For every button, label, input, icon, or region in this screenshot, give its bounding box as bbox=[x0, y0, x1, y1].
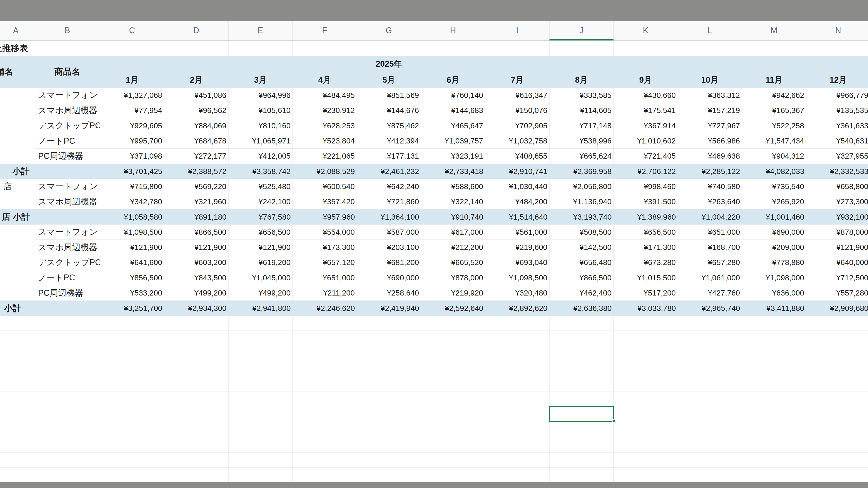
subtotal-cell[interactable]: ¥2,965,740 bbox=[678, 300, 742, 316]
product-name-cell[interactable]: デスクトップPC bbox=[35, 255, 100, 270]
value-cell[interactable]: ¥843,500 bbox=[164, 270, 228, 285]
column-header-n[interactable]: N bbox=[806, 21, 868, 40]
value-cell[interactable]: ¥77,954 bbox=[100, 103, 164, 118]
subtotal-label[interactable]: 小計 bbox=[0, 164, 100, 179]
value-cell[interactable]: ¥211,200 bbox=[292, 285, 357, 300]
column-header-g[interactable]: G bbox=[357, 21, 421, 40]
cell[interactable] bbox=[228, 40, 292, 56]
product-name-cell[interactable]: PC周辺機器 bbox=[35, 149, 100, 164]
value-cell[interactable]: ¥451,086 bbox=[164, 88, 228, 103]
value-cell[interactable]: ¥321,960 bbox=[164, 194, 228, 209]
product-name-cell[interactable]: PC周辺機器 bbox=[35, 285, 100, 300]
column-header-e[interactable]: E bbox=[228, 21, 292, 40]
value-cell[interactable]: ¥727,967 bbox=[678, 118, 742, 133]
value-cell[interactable]: ¥1,098,500 bbox=[100, 225, 164, 240]
store-name-header[interactable]: 舗名 bbox=[0, 56, 35, 88]
value-cell[interactable]: ¥966,779 bbox=[806, 88, 868, 103]
cell[interactable] bbox=[100, 40, 164, 56]
value-cell[interactable]: ¥616,347 bbox=[485, 88, 549, 103]
value-cell[interactable]: ¥866,500 bbox=[164, 225, 228, 240]
subtotal-cell[interactable]: ¥2,332,533 bbox=[806, 164, 868, 179]
product-name-cell[interactable]: デスクトップPC bbox=[35, 118, 100, 133]
value-cell[interactable]: ¥157,219 bbox=[678, 103, 742, 118]
value-cell[interactable]: ¥1,098,500 bbox=[485, 270, 549, 285]
month-header[interactable]: 3月 bbox=[228, 72, 292, 88]
subtotal-cell[interactable]: ¥2,941,800 bbox=[228, 300, 292, 316]
value-cell[interactable]: ¥1,327,068 bbox=[100, 88, 164, 103]
value-cell[interactable]: ¥121,900 bbox=[228, 240, 292, 255]
value-cell[interactable]: ¥557,280 bbox=[806, 285, 868, 300]
subtotal-label[interactable]: 小計 bbox=[0, 300, 100, 316]
month-header[interactable]: 12月 bbox=[806, 72, 868, 88]
selection-box[interactable] bbox=[549, 406, 614, 422]
subtotal-cell[interactable]: ¥3,701,425 bbox=[100, 164, 164, 179]
value-cell[interactable]: ¥523,804 bbox=[292, 133, 357, 149]
value-cell[interactable]: ¥884,069 bbox=[164, 118, 228, 133]
cell[interactable] bbox=[357, 40, 421, 56]
value-cell[interactable]: ¥135,535 bbox=[806, 103, 868, 118]
subtotal-cell[interactable]: ¥932,100 bbox=[806, 209, 868, 224]
subtotal-cell[interactable]: ¥2,246,620 bbox=[292, 300, 357, 316]
value-cell[interactable]: ¥640,000 bbox=[806, 255, 868, 270]
value-cell[interactable]: ¥168,700 bbox=[678, 240, 742, 255]
cell[interactable] bbox=[806, 40, 868, 56]
value-cell[interactable]: ¥690,000 bbox=[742, 225, 806, 240]
subtotal-cell[interactable]: ¥2,934,300 bbox=[164, 300, 228, 316]
value-cell[interactable]: ¥465,647 bbox=[421, 118, 485, 133]
value-cell[interactable]: ¥642,240 bbox=[357, 179, 421, 194]
value-cell[interactable]: ¥2,056,800 bbox=[549, 179, 614, 194]
value-cell[interactable]: ¥681,200 bbox=[357, 255, 421, 270]
value-cell[interactable]: ¥810,160 bbox=[228, 118, 292, 133]
value-cell[interactable]: ¥561,000 bbox=[485, 225, 549, 240]
product-name-cell[interactable]: スマートフォン bbox=[35, 179, 100, 194]
subtotal-cell[interactable]: ¥2,461,232 bbox=[357, 164, 421, 179]
value-cell[interactable]: ¥322,140 bbox=[421, 194, 485, 209]
value-cell[interactable]: ¥242,100 bbox=[228, 194, 292, 209]
cell[interactable] bbox=[485, 40, 549, 56]
subtotal-cell[interactable]: ¥2,592,640 bbox=[421, 300, 485, 316]
value-cell[interactable]: ¥175,541 bbox=[614, 103, 678, 118]
value-cell[interactable]: ¥427,760 bbox=[678, 285, 742, 300]
year-header[interactable]: 2025年 bbox=[357, 56, 421, 72]
cell[interactable] bbox=[228, 56, 292, 72]
value-cell[interactable]: ¥656,500 bbox=[614, 225, 678, 240]
subtotal-cell[interactable]: ¥2,369,958 bbox=[549, 164, 614, 179]
subtotal-cell[interactable]: ¥2,892,620 bbox=[485, 300, 549, 316]
subtotal-cell[interactable]: ¥3,358,742 bbox=[228, 164, 292, 179]
value-cell[interactable]: ¥1,547,434 bbox=[742, 133, 806, 149]
cell[interactable] bbox=[485, 56, 549, 72]
column-header-l[interactable]: L bbox=[678, 21, 742, 40]
month-header[interactable]: 6月 bbox=[421, 72, 485, 88]
value-cell[interactable]: ¥212,200 bbox=[421, 240, 485, 255]
subtotal-cell[interactable]: ¥2,636,380 bbox=[549, 300, 614, 316]
value-cell[interactable]: ¥105,610 bbox=[228, 103, 292, 118]
value-cell[interactable]: ¥230,912 bbox=[292, 103, 357, 118]
value-cell[interactable]: ¥121,900 bbox=[164, 240, 228, 255]
cell[interactable] bbox=[742, 40, 806, 56]
value-cell[interactable]: ¥569,220 bbox=[164, 179, 228, 194]
column-header-k[interactable]: K bbox=[614, 21, 678, 40]
value-cell[interactable]: ¥1,045,000 bbox=[228, 270, 292, 285]
value-cell[interactable]: ¥357,420 bbox=[292, 194, 357, 209]
value-cell[interactable]: ¥221,065 bbox=[292, 149, 357, 164]
value-cell[interactable]: ¥942,662 bbox=[742, 88, 806, 103]
subtotal-cell[interactable]: ¥2,088,529 bbox=[292, 164, 357, 179]
value-cell[interactable]: ¥333,585 bbox=[549, 88, 614, 103]
value-cell[interactable]: ¥721,860 bbox=[357, 194, 421, 209]
value-cell[interactable]: ¥430,660 bbox=[614, 88, 678, 103]
value-cell[interactable]: ¥712,500 bbox=[806, 270, 868, 285]
value-cell[interactable]: ¥690,000 bbox=[357, 270, 421, 285]
horizontal-scrollbar[interactable] bbox=[0, 482, 868, 488]
value-cell[interactable]: ¥636,000 bbox=[742, 285, 806, 300]
subtotal-cell[interactable]: ¥4,082,033 bbox=[742, 164, 806, 179]
value-cell[interactable]: ¥651,000 bbox=[678, 225, 742, 240]
fill-handle[interactable] bbox=[612, 419, 615, 423]
subtotal-cell[interactable]: ¥2,388,572 bbox=[164, 164, 228, 179]
product-name-header[interactable]: 商品名 bbox=[35, 56, 100, 88]
value-cell[interactable]: ¥600,540 bbox=[292, 179, 357, 194]
month-header[interactable]: 8月 bbox=[549, 72, 614, 88]
value-cell[interactable]: ¥203,100 bbox=[357, 240, 421, 255]
value-cell[interactable]: ¥462,400 bbox=[549, 285, 614, 300]
column-header-i[interactable]: I bbox=[485, 21, 549, 40]
value-cell[interactable]: ¥219,920 bbox=[421, 285, 485, 300]
